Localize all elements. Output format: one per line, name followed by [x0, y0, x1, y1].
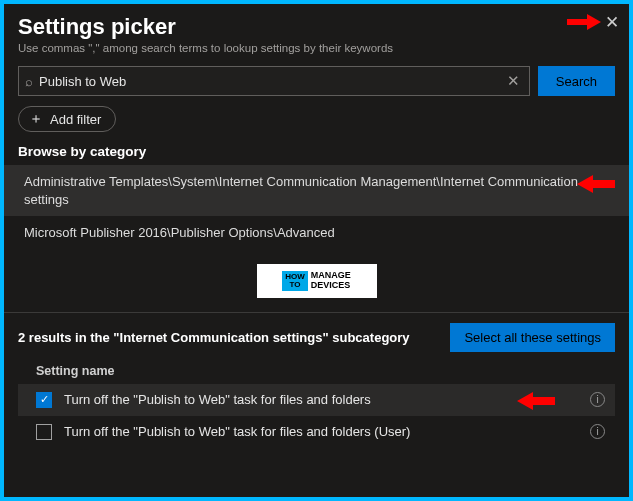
svg-marker-1 — [577, 175, 615, 193]
watermark-logo: HOW TO MANAGE DEVICES — [257, 264, 377, 298]
divider — [4, 312, 629, 313]
annotation-arrow-close — [567, 14, 601, 30]
annotation-arrow-category — [577, 175, 615, 193]
search-button[interactable]: Search — [538, 66, 615, 96]
results-header-row: 2 results in the "Internet Communication… — [18, 323, 615, 352]
column-header-setting-name: Setting name — [18, 360, 615, 384]
settings-picker-panel: ✕ Settings picker Use commas "," among s… — [4, 4, 629, 497]
info-icon[interactable]: i — [590, 424, 605, 439]
search-box[interactable]: ⌕ ✕ — [18, 66, 530, 96]
setting-label: Turn off the "Publish to Web" task for f… — [64, 392, 570, 407]
category-list: Administrative Templates\System\Internet… — [4, 165, 629, 250]
setting-label: Turn off the "Publish to Web" task for f… — [64, 424, 570, 439]
select-all-button[interactable]: Select all these settings — [450, 323, 615, 352]
plus-icon: ＋ — [29, 110, 43, 128]
search-input[interactable] — [39, 74, 504, 89]
checkbox-icon[interactable] — [36, 424, 52, 440]
watermark-right: MANAGE DEVICES — [311, 271, 351, 290]
page-subtitle: Use commas "," among search terms to loo… — [18, 42, 615, 54]
close-icon[interactable]: ✕ — [605, 12, 619, 33]
add-filter-button[interactable]: ＋ Add filter — [18, 106, 116, 132]
category-item[interactable]: Microsoft Publisher 2016\Publisher Optio… — [4, 216, 629, 250]
results-summary: 2 results in the "Internet Communication… — [18, 330, 410, 345]
watermark-left: HOW TO — [282, 271, 308, 291]
search-row: ⌕ ✕ Search — [18, 66, 615, 96]
page-title: Settings picker — [18, 14, 615, 40]
checkbox-icon[interactable]: ✓ — [36, 392, 52, 408]
svg-marker-0 — [567, 14, 601, 30]
setting-row[interactable]: ✓ Turn off the "Publish to Web" task for… — [18, 384, 615, 416]
setting-row[interactable]: Turn off the "Publish to Web" task for f… — [18, 416, 615, 448]
clear-search-icon[interactable]: ✕ — [504, 72, 523, 90]
add-filter-label: Add filter — [50, 112, 101, 127]
annotation-arrow-setting — [517, 392, 555, 410]
svg-marker-2 — [517, 392, 555, 410]
info-icon[interactable]: i — [590, 392, 605, 407]
search-icon: ⌕ — [25, 74, 33, 89]
browse-by-category-heading: Browse by category — [18, 144, 615, 159]
category-item[interactable]: Administrative Templates\System\Internet… — [4, 165, 629, 216]
